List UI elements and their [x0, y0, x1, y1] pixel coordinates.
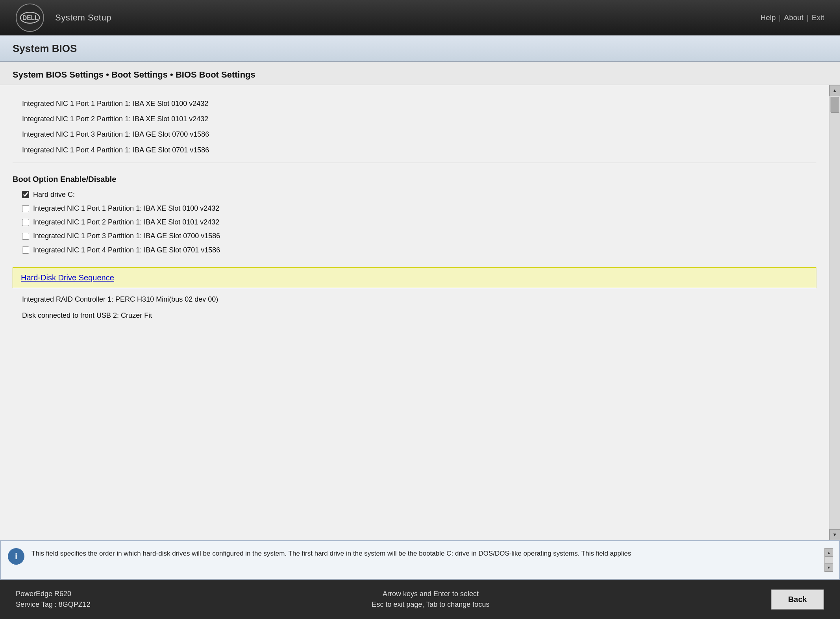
header-nav: Help | About | Exit: [760, 13, 824, 22]
breadcrumb: System BIOS Settings • Boot Settings • B…: [0, 62, 840, 85]
boot-option-section: Boot Option Enable/Disable Hard drive C:…: [13, 165, 816, 260]
checkbox-nic1port3[interactable]: [22, 233, 29, 240]
bios-title-bar: System BIOS: [0, 35, 840, 62]
info-scroll-track: [825, 557, 833, 563]
checkbox-nic1port2[interactable]: [22, 219, 29, 226]
footer-hint1: Arrow keys and Enter to select: [372, 590, 490, 598]
disk-item-1: Integrated RAID Controller 1: PERC H310 …: [13, 291, 816, 308]
boot-item-4: Integrated NIC 1 Port 4 Partition 1: IBA…: [13, 143, 816, 158]
help-link[interactable]: Help: [760, 13, 776, 22]
checkbox-item-2: Integrated NIC 1 Port 1 Partition 1: IBA…: [13, 202, 816, 215]
info-icon: i: [8, 548, 24, 565]
checkbox-label-1: Hard drive C:: [33, 190, 75, 200]
disk-item-2: Disk connected to front USB 2: Cruzer Fi…: [13, 308, 816, 324]
boot-option-title: Boot Option Enable/Disable: [13, 168, 816, 188]
checkbox-item-1: Hard drive C:: [13, 188, 816, 202]
boot-item-2: Integrated NIC 1 Port 2 Partition 1: IBA…: [13, 111, 816, 127]
header-left: DELL System Setup: [16, 4, 111, 32]
scroll-up-arrow[interactable]: ▲: [829, 85, 840, 96]
checkbox-nic1port1[interactable]: [22, 205, 29, 212]
footer: PowerEdge R620 Service Tag : 8GQPZ12 Arr…: [0, 580, 840, 619]
dell-logo: DELL: [16, 4, 44, 32]
hard-disk-link-row[interactable]: Hard-Disk Drive Sequence: [13, 267, 816, 288]
boot-item-1: Integrated NIC 1 Port 1 Partition 1: IBA…: [13, 96, 816, 111]
about-link[interactable]: About: [784, 13, 804, 22]
checkbox-hard-drive[interactable]: [22, 191, 29, 198]
checkbox-item-5: Integrated NIC 1 Port 4 Partition 1: IBA…: [13, 243, 816, 257]
footer-model: PowerEdge R620: [16, 590, 91, 598]
footer-right: Back: [771, 589, 824, 610]
checkbox-label-2: Integrated NIC 1 Port 1 Partition 1: IBA…: [33, 204, 219, 213]
sep1: |: [779, 13, 781, 22]
info-scroll-down[interactable]: ▼: [825, 563, 833, 572]
info-box: i This field specifies the order in whic…: [0, 540, 840, 580]
info-text: This field specifies the order in which …: [31, 548, 824, 559]
scroll-thumb[interactable]: [831, 97, 839, 113]
main-scrollbar[interactable]: ▲ ▼: [829, 85, 840, 540]
header: DELL System Setup Help | About | Exit: [0, 0, 840, 35]
hard-disk-drive-link[interactable]: Hard-Disk Drive Sequence: [21, 273, 114, 282]
bios-title: System BIOS: [13, 43, 77, 54]
footer-hint2: Esc to exit page, Tab to change focus: [372, 600, 490, 609]
info-scrollbar[interactable]: ▲ ▼: [824, 548, 833, 572]
scroll-track: [829, 96, 840, 529]
boot-order-section: Integrated NIC 1 Port 1 Partition 1: IBA…: [13, 93, 816, 161]
header-title: System Setup: [55, 13, 111, 23]
footer-left: PowerEdge R620 Service Tag : 8GQPZ12: [16, 590, 91, 609]
checkbox-label-5: Integrated NIC 1 Port 4 Partition 1: IBA…: [33, 245, 220, 255]
checkbox-item-4: Integrated NIC 1 Port 3 Partition 1: IBA…: [13, 229, 816, 243]
scroll-down-arrow[interactable]: ▼: [829, 529, 840, 540]
main-content: System BIOS System BIOS Settings • Boot …: [0, 35, 840, 580]
disk-items-section: Integrated RAID Controller 1: PERC H310 …: [13, 288, 816, 327]
checkbox-label-3: Integrated NIC 1 Port 2 Partition 1: IBA…: [33, 217, 219, 227]
divider-1: [13, 163, 816, 163]
checkbox-label-4: Integrated NIC 1 Port 3 Partition 1: IBA…: [33, 231, 220, 241]
sep2: |: [807, 13, 809, 22]
boot-item-3: Integrated NIC 1 Port 3 Partition 1: IBA…: [13, 127, 816, 142]
checkbox-item-3: Integrated NIC 1 Port 2 Partition 1: IBA…: [13, 215, 816, 229]
scroll-content: Integrated NIC 1 Port 1 Partition 1: IBA…: [0, 85, 829, 540]
back-button[interactable]: Back: [771, 589, 824, 610]
footer-center: Arrow keys and Enter to select Esc to ex…: [372, 590, 490, 609]
info-scroll-up[interactable]: ▲: [825, 548, 833, 557]
exit-link[interactable]: Exit: [812, 13, 824, 22]
scroll-panel: Integrated NIC 1 Port 1 Partition 1: IBA…: [0, 85, 840, 540]
checkbox-nic1port4[interactable]: [22, 246, 29, 254]
footer-service-tag: Service Tag : 8GQPZ12: [16, 600, 91, 609]
svg-text:DELL: DELL: [22, 15, 39, 21]
